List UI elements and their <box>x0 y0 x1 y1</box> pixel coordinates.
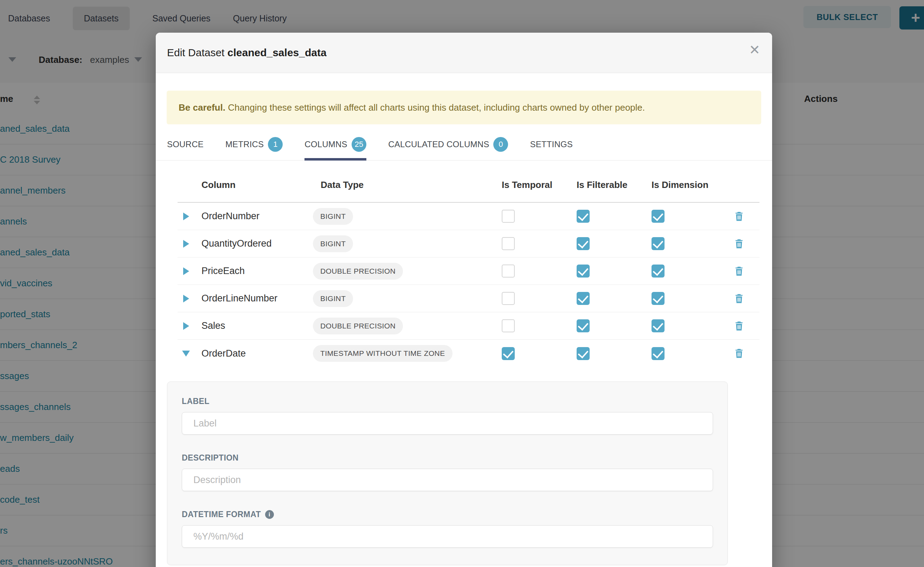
is-filterable-checkbox[interactable] <box>576 264 590 278</box>
is-dimension-checkbox-cell <box>644 237 719 250</box>
data-type-pill: TIMESTAMP WITHOUT TIME ZONE <box>313 345 453 362</box>
tab-label: COLUMNS <box>304 140 347 149</box>
delete-column-cell <box>719 238 760 250</box>
column-name: Sales <box>194 320 313 331</box>
is-filterable-checkbox[interactable] <box>576 237 590 250</box>
is-dimension-checkbox[interactable] <box>652 264 665 278</box>
description-input[interactable] <box>182 469 713 491</box>
is-dimension-checkbox[interactable] <box>652 210 665 223</box>
is-temporal-checkbox-cell <box>494 210 569 223</box>
column-row-sales: SalesDOUBLE PRECISION <box>178 312 760 340</box>
column-header: Column <box>194 180 313 190</box>
column-row-orderdate: OrderDateTIMESTAMP WITHOUT TIME ZONE <box>178 340 760 367</box>
data-type-pill: BIGINT <box>313 290 353 307</box>
is-temporal-checkbox[interactable] <box>502 210 515 223</box>
delete-column-cell <box>719 347 760 359</box>
tab-columns[interactable]: COLUMNS25 <box>304 137 366 160</box>
is-temporal-checkbox-cell <box>494 320 569 332</box>
column-name: PriceEach <box>194 266 313 276</box>
expand-cell <box>178 267 194 275</box>
column-detail-panel: LABEL DESCRIPTION DATETIME FORMAT i <box>167 381 728 565</box>
trash-icon[interactable] <box>733 210 745 222</box>
is-temporal-checkbox[interactable] <box>502 264 515 278</box>
tab-metrics[interactable]: METRICS1 <box>226 137 283 160</box>
trash-icon[interactable] <box>733 238 745 250</box>
column-row-ordernumber: OrderNumberBIGINT <box>178 203 760 230</box>
collapse-caret-icon[interactable] <box>182 351 190 357</box>
is-temporal-checkbox-cell <box>494 264 569 278</box>
data-type-cell: DOUBLE PRECISION <box>313 318 494 334</box>
columns-table: Column Data Type Is Temporal Is Filterab… <box>178 168 760 367</box>
data-type-pill: DOUBLE PRECISION <box>313 318 403 334</box>
expand-caret-icon[interactable] <box>183 213 189 220</box>
is-filterable-checkbox-cell <box>569 347 644 360</box>
is-dimension-header: Is Dimension <box>644 180 719 190</box>
is-dimension-checkbox[interactable] <box>652 347 665 360</box>
expand-caret-icon[interactable] <box>183 295 189 303</box>
tab-calculated-columns[interactable]: CALCULATED COLUMNS0 <box>388 137 508 160</box>
is-filterable-checkbox[interactable] <box>576 320 590 332</box>
data-type-cell: BIGINT <box>313 290 494 307</box>
is-filterable-checkbox-cell <box>569 237 644 250</box>
is-filterable-checkbox[interactable] <box>576 210 590 223</box>
is-filterable-checkbox[interactable] <box>576 292 590 305</box>
is-temporal-checkbox-cell <box>494 292 569 305</box>
data-type-pill: BIGINT <box>313 236 353 252</box>
expand-cell <box>178 240 194 248</box>
is-dimension-checkbox[interactable] <box>652 320 665 332</box>
warning-text: Be careful. Changing these settings will… <box>179 102 645 113</box>
expand-cell <box>178 213 194 220</box>
column-name: OrderNumber <box>194 211 313 222</box>
delete-column-cell <box>719 320 760 332</box>
tab-source[interactable]: SOURCE <box>167 137 203 160</box>
datetime-format-field-group: DATETIME FORMAT i <box>182 510 713 548</box>
is-dimension-checkbox-cell <box>644 347 719 360</box>
is-dimension-checkbox[interactable] <box>652 237 665 250</box>
label-input[interactable] <box>182 412 713 435</box>
column-row-priceeach: PriceEachDOUBLE PRECISION <box>178 258 760 285</box>
is-temporal-checkbox[interactable] <box>502 347 515 360</box>
delete-column-cell <box>719 210 760 222</box>
modal-tabs: SOURCEMETRICS1COLUMNS25CALCULATED COLUMN… <box>156 137 772 160</box>
close-icon: ✕ <box>749 42 760 57</box>
is-dimension-checkbox-cell <box>644 210 719 223</box>
info-icon[interactable]: i <box>265 510 274 519</box>
data-type-pill: DOUBLE PRECISION <box>313 263 403 280</box>
datetime-format-input[interactable] <box>182 525 713 548</box>
is-filterable-checkbox[interactable] <box>576 347 590 360</box>
column-name: OrderDate <box>194 348 313 359</box>
expand-caret-icon[interactable] <box>183 240 189 248</box>
column-name: OrderLineNumber <box>194 293 313 304</box>
is-temporal-checkbox-cell <box>494 237 569 250</box>
trash-icon[interactable] <box>733 265 745 277</box>
trash-icon[interactable] <box>733 292 745 304</box>
tab-settings[interactable]: SETTINGS <box>530 137 573 160</box>
is-dimension-checkbox[interactable] <box>652 292 665 305</box>
is-temporal-checkbox[interactable] <box>502 237 515 250</box>
is-temporal-checkbox[interactable] <box>502 292 515 305</box>
is-temporal-checkbox[interactable] <box>502 320 515 332</box>
is-temporal-header: Is Temporal <box>494 180 569 190</box>
tab-label: SOURCE <box>167 140 203 149</box>
is-filterable-checkbox-cell <box>569 210 644 223</box>
trash-icon[interactable] <box>733 320 745 332</box>
trash-icon[interactable] <box>733 347 745 359</box>
delete-column-cell <box>719 292 760 304</box>
data-type-cell: TIMESTAMP WITHOUT TIME ZONE <box>313 345 494 362</box>
expand-cell <box>178 351 194 357</box>
column-row-quantityordered: QuantityOrderedBIGINT <box>178 230 760 258</box>
data-type-pill: BIGINT <box>313 208 353 225</box>
column-row-orderlinenumber: OrderLineNumberBIGINT <box>178 285 760 312</box>
is-filterable-header: Is Filterable <box>569 180 644 190</box>
expand-cell <box>178 322 194 330</box>
tab-label: SETTINGS <box>530 140 573 149</box>
is-dimension-checkbox-cell <box>644 292 719 305</box>
columns-table-header: Column Data Type Is Temporal Is Filterab… <box>178 168 760 203</box>
warning-banner: Be careful. Changing these settings will… <box>167 91 761 124</box>
close-button[interactable]: ✕ <box>749 43 760 57</box>
label-field-group: LABEL <box>182 397 713 435</box>
expand-caret-icon[interactable] <box>183 267 189 275</box>
expand-caret-icon[interactable] <box>183 322 189 330</box>
expand-cell <box>178 295 194 303</box>
is-dimension-checkbox-cell <box>644 320 719 332</box>
